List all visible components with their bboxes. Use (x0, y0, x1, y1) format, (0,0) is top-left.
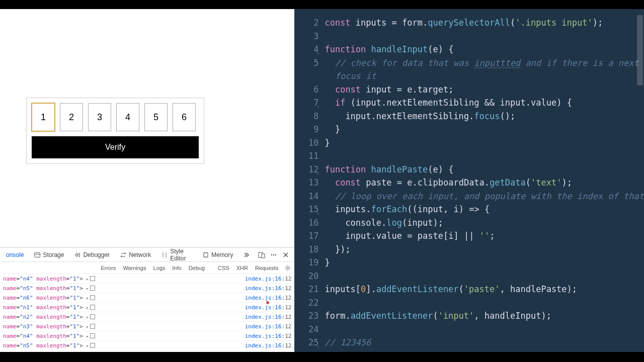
dom-node-icon[interactable] (90, 295, 95, 300)
code-input-2[interactable]: 2 (60, 103, 83, 131)
responsive-mode-icon[interactable] (258, 251, 265, 258)
editor-scrollbar-thumb[interactable] (637, 15, 643, 85)
dom-node-icon[interactable] (90, 305, 95, 310)
tab-debugger-label: Debugger (83, 251, 110, 258)
tab-style-editor-label: Style Editor (170, 248, 192, 262)
tab-memory-label: Memory (211, 251, 233, 258)
editor-code[interactable]: const inputs = form.querySelectorAll('.i… (325, 9, 644, 352)
editor-gutter: 234⌄567⌄89101112⌄131415⌄1617181920212223… (294, 9, 325, 352)
gear-icon[interactable] (284, 264, 291, 272)
filter-css[interactable]: CSS (215, 264, 232, 272)
svg-rect-0 (35, 252, 40, 257)
storage-icon (34, 251, 41, 258)
tab-network[interactable]: Network (116, 249, 155, 260)
dom-node-icon[interactable] (90, 286, 95, 291)
filter-xhr[interactable]: XHR (233, 264, 251, 272)
tab-network-label: Network (129, 251, 151, 258)
tab-style-editor[interactable]: Style Editor (157, 246, 196, 264)
tab-storage-label: Storage (43, 251, 64, 258)
dom-node-icon[interactable] (90, 343, 95, 348)
console-log-list[interactable]: name="n4" maxlength="1">▸index.js:16:12n… (0, 274, 294, 352)
tab-debugger[interactable]: Debugger (70, 249, 114, 260)
code-inputs-row: 123456 (32, 103, 199, 131)
svg-point-11 (275, 254, 276, 255)
console-log-row[interactable]: name="n6" maxlength="1">▸index.js:16:12 (0, 293, 294, 303)
console-log-row[interactable]: name="n4" maxlength="1">▸index.js:16:12 (0, 331, 294, 341)
main-split: 123456 Verify onsole Storage Debugger (0, 9, 644, 352)
close-icon[interactable] (282, 251, 289, 258)
window-top-letterbox (0, 0, 644, 9)
code-input-3[interactable]: 3 (88, 103, 111, 131)
window-bottom-letterbox (0, 352, 644, 362)
tab-storage[interactable]: Storage (30, 249, 68, 260)
memory-icon (202, 251, 209, 258)
debugger-icon (74, 251, 81, 258)
dom-node-icon[interactable] (90, 324, 95, 329)
filter-warnings[interactable]: Warnings (120, 264, 149, 272)
filter-debug[interactable]: Debug (186, 264, 208, 272)
code-input-1[interactable]: 1 (32, 103, 55, 131)
console-log-row[interactable]: name="n3" maxlength="1">▸index.js:16:12 (0, 322, 294, 331)
editor-scrollbar[interactable] (637, 15, 643, 346)
svg-point-10 (273, 254, 274, 255)
svg-rect-2 (204, 253, 208, 257)
code-input-6[interactable]: 6 (173, 103, 196, 131)
dom-node-icon[interactable] (90, 314, 95, 319)
svg-point-9 (271, 254, 272, 255)
console-filters: ErrorsWarningsLogsInfoDebugCSSXHRRequest… (0, 262, 294, 274)
filter-info[interactable]: Info (169, 264, 184, 272)
kebab-menu-icon[interactable] (270, 251, 277, 258)
svg-point-12 (287, 267, 289, 269)
console-log-row[interactable]: name="n2" maxlength="1">▸index.js:16:12 (0, 312, 294, 322)
filter-logs[interactable]: Logs (150, 264, 168, 272)
dom-node-icon[interactable] (90, 333, 95, 338)
devtools-panel: onsole Storage Debugger (0, 247, 294, 352)
code-input-4[interactable]: 4 (116, 103, 139, 131)
code-editor[interactable]: 234⌄567⌄89101112⌄131415⌄1617181920212223… (294, 9, 644, 352)
browser-preview: 123456 Verify (0, 9, 294, 247)
filter-errors[interactable]: Errors (98, 264, 119, 272)
tabs-overflow[interactable] (239, 249, 254, 260)
console-log-row[interactable]: name="n4" maxlength="1">▸index.js:16:12 (0, 274, 294, 284)
code-input-5[interactable]: 5 (144, 103, 168, 131)
tab-console[interactable]: onsole (2, 249, 28, 260)
console-log-row[interactable]: name="n1" maxlength="1">▸index.js:16:12 (0, 303, 294, 312)
verify-button[interactable]: Verify (32, 136, 199, 158)
filter-requests[interactable]: Requests (252, 264, 281, 272)
svg-rect-8 (262, 254, 265, 258)
tab-memory[interactable]: Memory (198, 249, 237, 260)
dom-node-icon[interactable] (90, 276, 95, 281)
verify-card: 123456 Verify (26, 98, 204, 164)
console-log-row[interactable]: name="n5" maxlength="1">▸index.js:16:12 (0, 284, 294, 293)
chevron-double-right-icon (243, 251, 250, 258)
left-pane: 123456 Verify onsole Storage Debugger (0, 9, 294, 352)
network-icon (120, 251, 127, 258)
devtools-tabs: onsole Storage Debugger (0, 248, 294, 262)
console-log-row[interactable]: name="n5" maxlength="1">▸index.js:16:12 (0, 341, 294, 350)
style-editor-icon (161, 251, 168, 258)
